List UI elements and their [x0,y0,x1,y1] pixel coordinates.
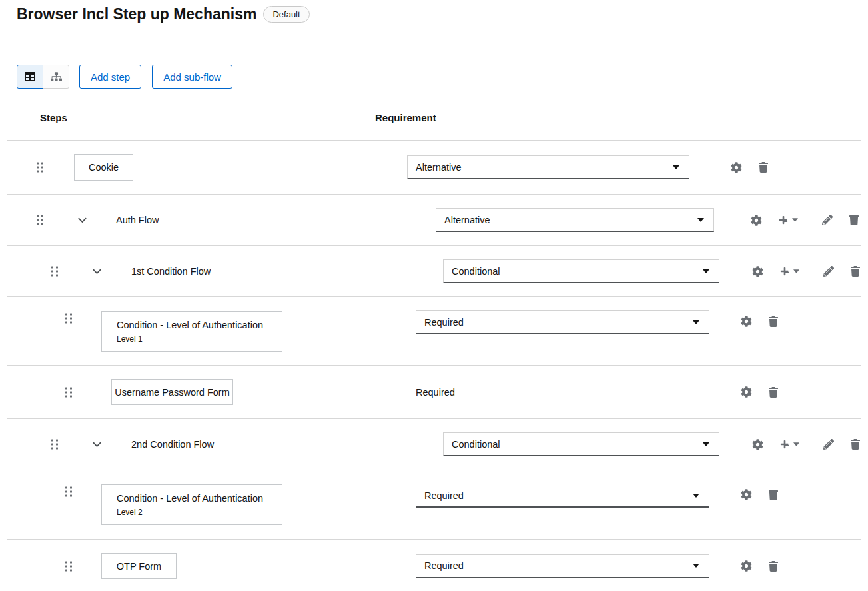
table-row: Cookie Alternative [7,140,861,194]
pencil-icon[interactable] [822,215,833,225]
default-badge: Default [263,6,309,23]
trash-icon[interactable] [769,387,778,398]
caret-down-icon [703,269,709,273]
requirement-select[interactable]: Required [416,554,709,578]
drag-handle-icon[interactable] [50,265,59,277]
caret-down-icon [673,165,679,169]
gear-icon[interactable] [751,215,762,226]
caret-down-icon [793,442,799,446]
trash-icon[interactable] [851,439,860,450]
plus-icon [780,440,789,449]
gear-icon[interactable] [741,316,752,327]
add-step-dropdown-button[interactable] [780,440,799,449]
requirement-select[interactable]: Alternative [407,155,689,179]
caret-down-icon [693,494,699,498]
trash-icon[interactable] [759,162,768,173]
step-box-condition: Condition - Level of Authentication Leve… [101,484,282,525]
column-header-requirement: Requirement [375,112,436,123]
table-view-toggle[interactable] [17,65,43,89]
requirement-select[interactable]: Conditional [443,432,719,456]
auth-flow-table: Steps Requirement Cookie Alternative [7,95,861,591]
requirement-text: Required [416,387,455,398]
caret-down-icon [693,320,699,324]
view-toggle-group [17,65,69,89]
caret-down-icon [693,564,699,568]
gear-icon[interactable] [731,162,742,173]
caret-down-icon [792,218,798,222]
add-step-dropdown-button[interactable] [779,215,798,225]
drag-handle-icon[interactable] [64,386,73,398]
gear-icon[interactable] [752,266,763,277]
step-sublabel: Level 2 [117,508,143,517]
chevron-down-icon[interactable] [77,215,87,225]
table-row: Condition - Level of Authentication Leve… [7,296,861,365]
drag-handle-icon[interactable] [64,560,73,572]
pencil-icon[interactable] [823,266,834,277]
column-header-steps: Steps [40,112,67,123]
chevron-down-icon[interactable] [91,439,102,450]
table-row: 1st Condition Flow Conditional [7,245,861,296]
pencil-icon[interactable] [823,439,834,450]
table-row: OTP Form Required [7,539,861,591]
gear-icon[interactable] [752,439,763,450]
flow-label: 1st Condition Flow [131,266,211,277]
table-row: Username Password Form Required [7,365,861,418]
gear-icon[interactable] [741,489,752,500]
requirement-select[interactable]: Required [416,484,709,508]
add-step-dropdown-button[interactable] [780,267,799,276]
add-subflow-button[interactable]: Add sub-flow [152,65,232,89]
requirement-select[interactable]: Required [416,310,709,334]
step-box-username-password: Username Password Form [111,379,233,405]
drag-handle-icon[interactable] [64,486,73,498]
flow-label: Auth Flow [116,215,159,225]
trash-icon[interactable] [769,490,778,500]
plus-icon [780,267,789,276]
requirement-select[interactable]: Alternative [436,208,714,232]
caret-down-icon [793,269,799,273]
caret-down-icon [703,442,709,446]
page-title: Browser Incl Step up Mechanism [17,5,256,23]
drag-handle-icon[interactable] [64,312,73,324]
caret-down-icon [697,218,704,222]
table-row: Condition - Level of Authentication Leve… [7,470,861,539]
table-header-row: Steps Requirement [7,95,861,140]
trash-icon[interactable] [769,316,778,327]
step-box-condition: Condition - Level of Authentication Leve… [101,311,282,352]
chevron-down-icon[interactable] [91,266,102,277]
trash-icon[interactable] [849,215,859,225]
trash-icon[interactable] [769,561,778,572]
table-view-icon [25,71,35,82]
drag-handle-icon[interactable] [50,438,59,450]
page-header: Browser Incl Step up Mechanism Default [17,5,310,23]
diagram-view-icon [51,72,62,81]
step-box-otp: OTP Form [101,553,177,579]
requirement-select[interactable]: Conditional [443,259,719,283]
trash-icon[interactable] [851,266,860,277]
gear-icon[interactable] [741,560,752,572]
gear-icon[interactable] [741,386,752,398]
step-sublabel: Level 1 [117,334,143,344]
drag-handle-icon[interactable] [35,161,45,173]
add-step-button[interactable]: Add step [79,65,141,89]
toolbar: Add step Add sub-flow [17,65,232,89]
drag-handle-icon[interactable] [35,214,45,226]
plus-icon [779,215,788,225]
step-box-cookie: Cookie [74,154,133,181]
flow-label: 2nd Condition Flow [131,439,214,450]
table-row: Auth Flow Alternative [7,194,861,245]
diagram-view-toggle[interactable] [43,65,69,89]
table-row: 2nd Condition Flow Conditional [7,418,861,470]
